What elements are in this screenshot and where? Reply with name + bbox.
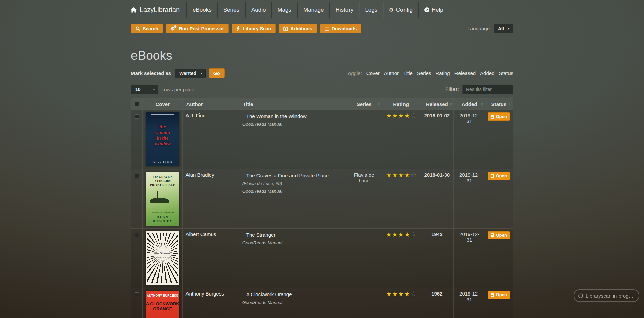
cover-art-graves-fine-private-place: The GRAVE'S a FINE and PRIVATE PLACE A F… (146, 172, 179, 226)
toggle-author[interactable]: Author (384, 70, 399, 76)
column-toggles: Toggle: Cover Author Title Series Rating… (345, 70, 513, 76)
nav-item-config[interactable]: ⚙ Config (383, 2, 418, 18)
book-cover[interactable]: The GRAVE'S a FINE and PRIVATE PLACE A F… (146, 172, 179, 226)
star-empty-icon: ☆ (410, 231, 416, 238)
rows-per-page-select[interactable]: 10 (131, 85, 158, 94)
star-filled-icon: ★ (392, 112, 398, 119)
released-cell: 2018-01-30 (420, 169, 454, 229)
row-checkbox[interactable] (135, 174, 139, 178)
column-header-cover[interactable]: Cover (143, 99, 183, 110)
book-cover[interactable]: ANTHONY BURGESS A CLOCKWORK ORANGE (146, 291, 179, 318)
top-navbar: LazyLibrarian eBooks Series Audio Mags M… (0, 0, 644, 20)
star-filled-icon: ★ (392, 290, 398, 298)
toggle-series[interactable]: Series (417, 70, 431, 76)
book-title-link[interactable]: The Woman in the Window (246, 113, 307, 119)
results-filter-input[interactable] (462, 85, 513, 94)
search-icon (136, 26, 140, 31)
search-button[interactable]: Search (131, 24, 163, 33)
nav-item-ebooks[interactable]: eBooks (186, 2, 217, 18)
column-header-author[interactable]: Author↓↑ (183, 99, 239, 110)
status-cell: Open (485, 169, 513, 229)
cover-art-clockwork-orange: ANTHONY BURGESS A CLOCKWORK ORANGE (146, 291, 179, 318)
star-filled-icon: ★ (398, 231, 404, 238)
additions-button[interactable]: Additions (279, 24, 317, 33)
added-cell: 2019-12-31 (454, 110, 485, 169)
row-checkbox[interactable] (135, 233, 139, 237)
column-header-series[interactable]: Series↓↑ (346, 99, 382, 110)
star-filled-icon: ★ (392, 172, 398, 179)
added-cell: 2019-12-31 (454, 288, 485, 318)
star-filled-icon: ★ (386, 112, 392, 119)
book-title-link[interactable]: The Graves a Fine and Private Place (246, 173, 329, 178)
table-row: The Stranger ALBERT CAMUS Albert Camus T… (131, 229, 513, 288)
nav-item-manage[interactable]: Manage (297, 2, 329, 18)
star-filled-icon: ★ (398, 172, 404, 179)
book-title-link[interactable]: A Clockwork Orange (246, 291, 292, 297)
mark-select-wrap: Wanted (175, 69, 206, 78)
nav-item-audio[interactable]: Audio (245, 2, 271, 18)
mark-status-select[interactable]: Wanted (175, 69, 206, 78)
sort-icon: ↓↑ (342, 102, 344, 106)
select-all-checkbox[interactable] (135, 102, 139, 106)
open-status-button[interactable]: Open (488, 112, 510, 121)
column-header-title[interactable]: Title↓↑ (239, 99, 346, 110)
book-icon (491, 115, 494, 119)
book-cover[interactable]: the woman in the window A. J. FINN (146, 112, 179, 166)
mark-selected-label: Mark selected as (131, 70, 171, 76)
column-header-released[interactable]: Released↓↑ (420, 99, 454, 110)
author-link[interactable]: Albert Camus (185, 231, 216, 237)
brand[interactable]: LazyLibrarian (131, 2, 186, 18)
star-filled-icon: ★ (386, 231, 392, 238)
toggle-cover[interactable]: Cover (366, 70, 380, 76)
rating-cell: ★★★★☆ (382, 229, 420, 288)
toggle-added[interactable]: Added (480, 70, 494, 76)
author-cell: Albert Camus (183, 229, 239, 288)
book-cover[interactable]: The Stranger ALBERT CAMUS (146, 231, 179, 285)
open-status-button[interactable]: Open (488, 172, 510, 180)
column-header-status[interactable]: Status↓↑ (485, 99, 513, 110)
home-icon (131, 7, 137, 13)
nav-item-history[interactable]: History (329, 2, 359, 18)
sort-icon: ↓↑ (378, 102, 380, 106)
star-empty-icon: ☆ (410, 112, 416, 119)
rating-cell: ★★★★☆ (382, 288, 420, 318)
language-select[interactable]: All (494, 24, 513, 33)
library-scan-button[interactable]: Library Scan (232, 24, 276, 33)
language-select-wrap: All (494, 24, 513, 33)
calendar-plus-icon (283, 26, 288, 31)
run-post-processor-button[interactable]: ⚙⚙ Run Post-Processor (166, 24, 229, 33)
toggle-title[interactable]: Title (403, 70, 413, 76)
open-status-button[interactable]: Open (488, 231, 510, 239)
star-filled-icon: ★ (386, 290, 392, 298)
rating-cell: ★★★★☆ (382, 169, 420, 229)
row-checkbox[interactable] (135, 292, 139, 297)
sort-icon: ↓↑ (416, 102, 418, 106)
author-link[interactable]: A.J. Finn (185, 112, 205, 118)
book-title-link[interactable]: The Stranger (246, 232, 276, 238)
author-link[interactable]: Alan Bradley (185, 172, 214, 178)
go-button[interactable]: Go (209, 68, 224, 78)
sort-icon: ↓↑ (509, 102, 511, 106)
source-label: GoodReads Manual (242, 122, 343, 127)
open-status-button[interactable]: Open (488, 291, 510, 299)
column-header-added[interactable]: Added↓↑ (454, 99, 485, 110)
author-link[interactable]: Anthony Burgess (185, 291, 224, 297)
added-cell: 2019-12-31 (454, 229, 485, 288)
toggle-status[interactable]: Status (499, 70, 513, 76)
source-label: GoodReads Manual (242, 300, 343, 305)
released-cell: 1942 (420, 229, 454, 288)
sort-icon: ↓↑ (235, 102, 237, 106)
nav-item-logs[interactable]: Logs (359, 2, 383, 18)
row-checkbox[interactable] (135, 114, 139, 119)
series-cell (346, 110, 382, 169)
downloads-button[interactable]: Downloads (320, 24, 362, 33)
table-header-row: Cover Author↓↑ Title↓↑ Series↓↑ Rating↓↑… (131, 99, 513, 110)
nav-item-mags[interactable]: Mags (271, 2, 297, 18)
toast-message: Libraryscan in progress ... (586, 293, 635, 299)
toggle-rating[interactable]: Rating (435, 70, 450, 76)
nav-item-help[interactable]: ? Help (418, 2, 449, 18)
nav-item-series[interactable]: Series (217, 2, 245, 18)
column-header-rating[interactable]: Rating↓↑ (382, 99, 420, 110)
book-icon (491, 233, 494, 237)
toggle-released[interactable]: Released (454, 70, 476, 76)
